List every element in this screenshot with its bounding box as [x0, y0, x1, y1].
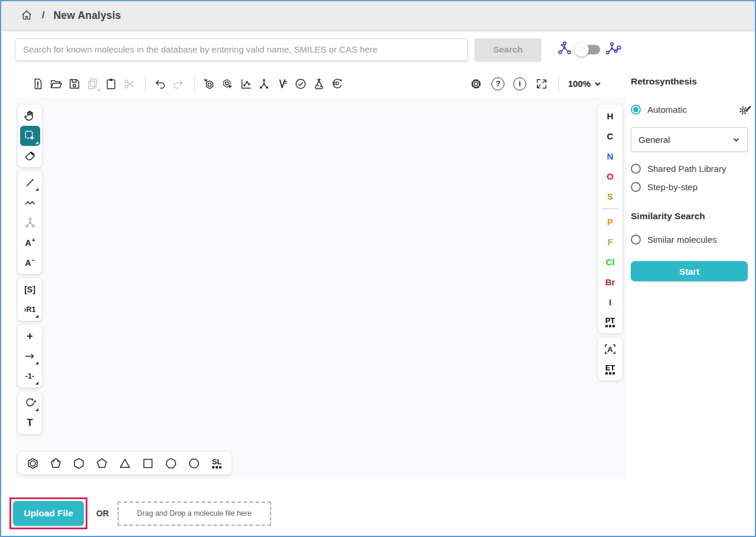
tool-group-select [18, 105, 42, 167]
stereochemistry-tool[interactable] [20, 213, 40, 233]
drawing-canvas[interactable]: A+ A− [S] ›R1 + [15, 97, 627, 479]
check-structure-icon[interactable] [292, 76, 308, 92]
start-button[interactable]: Start [631, 261, 748, 281]
tool-group-groups: [S] ›R1 [18, 278, 42, 321]
dearomatize-icon[interactable] [219, 76, 235, 92]
erase-tool[interactable] [20, 146, 40, 166]
calculated-values-icon[interactable] [311, 76, 327, 92]
save-icon[interactable] [66, 76, 82, 92]
reaction-plus-tool[interactable]: + [20, 326, 40, 346]
breadcrumb-separator: / [42, 10, 44, 21]
hand-tool[interactable] [20, 106, 40, 126]
cut-icon[interactable] [121, 76, 137, 92]
element-o[interactable]: O [599, 166, 621, 186]
chevron-down-icon [732, 136, 740, 144]
element-h[interactable]: H [599, 106, 621, 126]
open-file-icon[interactable] [48, 76, 64, 92]
app-window: / New Analysis Search [0, 0, 756, 537]
shared-path-radio[interactable] [631, 164, 641, 174]
help-icon[interactable]: ? [490, 76, 506, 92]
template-cyclopentadiene[interactable] [47, 454, 64, 472]
zoom-value: 100% [568, 79, 591, 89]
layout-icon[interactable] [237, 76, 253, 92]
element-n[interactable]: N [599, 146, 621, 166]
charge-minus-tool[interactable]: A− [20, 253, 40, 273]
template-cyclopropane[interactable] [116, 454, 133, 472]
fullscreen-icon[interactable] [534, 76, 550, 92]
rotate-tool[interactable] [20, 393, 40, 413]
s-group-tool[interactable]: [S] [20, 279, 40, 300]
template-benzene[interactable] [24, 454, 41, 472]
structure-library-button[interactable]: SL [208, 454, 226, 472]
clean-up-icon[interactable] [256, 76, 272, 92]
3d-label: 3D [333, 80, 340, 86]
extended-table-button[interactable]: ET [599, 359, 621, 379]
molecule-polymer-toggle[interactable] [578, 45, 600, 54]
element-palette: H C N O S P F Cl Br I PT [598, 105, 623, 380]
model-select[interactable]: General [631, 127, 748, 152]
or-label: OR [96, 509, 109, 518]
chain-tool[interactable] [20, 193, 40, 213]
any-atom-button[interactable]: A [599, 339, 621, 359]
charge-plus-tool[interactable]: A+ [20, 233, 40, 253]
reaction-arrow-tool[interactable] [20, 346, 40, 366]
toggle-knob[interactable] [575, 43, 589, 57]
undo-icon[interactable] [152, 76, 168, 92]
search-input[interactable] [15, 38, 468, 61]
similar-molecules-radio[interactable] [631, 235, 641, 245]
automatic-radio[interactable] [631, 105, 641, 115]
settings-icon[interactable] [468, 76, 484, 92]
element-p[interactable]: P [599, 211, 621, 232]
tool-group-draw: A+ A− [18, 171, 42, 274]
step-by-step-radio[interactable] [631, 182, 641, 192]
copy-icon[interactable] [84, 76, 100, 92]
text-tool[interactable]: T [20, 413, 40, 433]
polymer-molecule-icon [605, 40, 621, 59]
aromatize-icon[interactable] [201, 76, 217, 92]
paste-icon[interactable] [103, 76, 119, 92]
upload-section: Upload File OR Drag and Drop a molecule … [9, 497, 271, 529]
step-by-step-option[interactable]: Step-by-step [631, 182, 756, 192]
shared-path-option[interactable]: Shared Path Library [631, 164, 756, 174]
home-icon[interactable] [20, 9, 33, 22]
element-s[interactable]: S [599, 186, 621, 206]
structure-mode-toggle-group [556, 40, 621, 59]
selection-tool[interactable] [20, 126, 40, 146]
template-cyclooctane[interactable] [185, 454, 203, 472]
single-molecule-icon [556, 40, 573, 59]
element-c[interactable]: C [599, 126, 621, 146]
r-group-tool[interactable]: ›R1 [20, 300, 40, 320]
element-cl[interactable]: Cl [599, 252, 621, 272]
reaction-mapping-tool[interactable]: -1- [20, 366, 40, 386]
search-button[interactable]: Search [475, 38, 541, 61]
toolbar-separator [558, 77, 559, 91]
element-i[interactable]: I [599, 292, 621, 312]
toolbar-right-group: ? i 100% [468, 76, 605, 92]
upload-file-button[interactable]: Upload File [13, 501, 84, 526]
model-settings-icon[interactable] [738, 102, 752, 118]
3d-viewer-icon[interactable]: 3D [329, 76, 345, 92]
element-br[interactable]: Br [599, 272, 621, 292]
left-tool-column: A+ A− [S] ›R1 + [18, 105, 42, 434]
periodic-table-dots [605, 325, 615, 327]
search-bar: Search [1, 30, 755, 69]
zoom-select[interactable]: 100% [565, 78, 605, 89]
template-cyclopentane[interactable] [93, 454, 110, 472]
bond-tool[interactable] [20, 173, 40, 193]
calculate-cip-icon[interactable] [274, 76, 290, 92]
periodic-table-button[interactable]: PT [599, 312, 621, 332]
breadcrumb-bar: / New Analysis [1, 1, 755, 30]
template-cycloheptane[interactable] [162, 454, 180, 472]
element-f[interactable]: F [599, 232, 621, 252]
info-icon[interactable]: i [512, 76, 528, 92]
element-card: H C N O S P F Cl Br I PT [598, 105, 623, 333]
automatic-option[interactable]: Automatic [631, 102, 756, 118]
template-cyclobutane[interactable] [139, 454, 157, 472]
clear-canvas-icon[interactable] [30, 76, 45, 92]
drag-drop-zone[interactable]: Drag and Drop a molecule file here [118, 502, 271, 526]
similarity-title: Similarity Search [631, 211, 756, 222]
analysis-panel: Retrosynthesis Automatic General Shared … [628, 69, 756, 536]
template-cyclohexane[interactable] [70, 454, 87, 472]
similar-molecules-option[interactable]: Similar molecules [631, 235, 756, 245]
redo-icon[interactable] [170, 76, 186, 92]
